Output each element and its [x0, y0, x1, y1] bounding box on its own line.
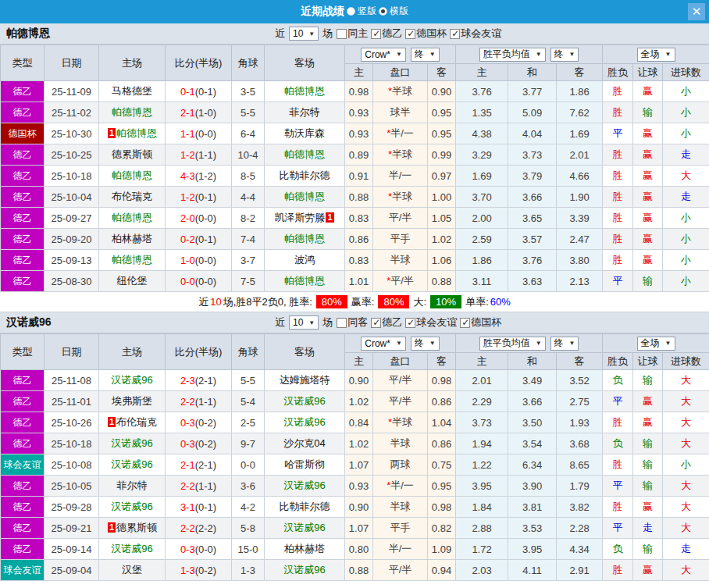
filter-checkbox-德乙[interactable]: 德乙: [371, 315, 402, 330]
checkbox-icon[interactable]: [450, 29, 460, 39]
filter-checkbox-球会友谊[interactable]: 球会友谊: [450, 27, 501, 41]
match-score: 2-0(0-0): [166, 208, 232, 229]
final-odds-select[interactable]: 终▼: [411, 337, 440, 351]
avg-draw: 3.66: [508, 187, 557, 208]
match-type-badge: 德乙: [1, 144, 45, 166]
corner-score: 3-7: [232, 250, 265, 271]
result-wdl: 平: [603, 271, 633, 292]
full-time-score: 1-0: [180, 255, 195, 266]
home-team: 纽伦堡: [99, 271, 166, 292]
chevron-down-icon: ▼: [308, 30, 315, 37]
away-team-name: 比勒菲尔德: [280, 501, 330, 512]
avg-away: 8.65: [557, 454, 603, 476]
odds-away: 1.02: [428, 229, 456, 250]
chevron-down-icon: ▼: [665, 51, 672, 58]
match-date: 25-09-27: [45, 208, 99, 229]
filter-checkbox-同客[interactable]: 同客: [337, 315, 368, 330]
result-handicap: 输: [633, 433, 663, 454]
away-team: 帕德博恩: [265, 81, 345, 102]
match-row: 德乙25-09-20柏林赫塔0-2(0-1)7-4帕德博恩0.86平手1.022…: [1, 229, 709, 250]
final-avg-select[interactable]: 终▼: [550, 337, 579, 351]
layout-radio-vertical[interactable]: 竖版: [347, 5, 376, 18]
result-wdl: 平: [603, 518, 633, 539]
results-table-paderborn: 类型 日期 主场 比分(半场) 角球 客场 Crow*▼ 终▼ 胜平负均值▼ 终…: [0, 45, 709, 292]
full-match-select[interactable]: 全场▼: [637, 48, 675, 62]
avg-draw: 3.81: [508, 497, 557, 518]
avg-odds-select[interactable]: 胜平负均值▼: [479, 48, 546, 62]
col-odds-home: 主: [345, 64, 373, 81]
recent-count-select[interactable]: 10▼: [289, 27, 319, 41]
final-avg-select[interactable]: 终▼: [550, 48, 579, 62]
recent-count-select[interactable]: 10▼: [289, 315, 319, 330]
odds-source-select[interactable]: Crow*▼: [361, 337, 406, 351]
checkbox-icon[interactable]: [337, 318, 347, 328]
star-icon: *: [388, 148, 392, 160]
away-team-name: 汉诺威96: [283, 564, 325, 576]
result-goals: 小: [663, 229, 709, 250]
col-odds-away: 客: [428, 353, 456, 370]
checkbox-icon[interactable]: [337, 29, 347, 39]
near-label: 近: [275, 27, 285, 41]
filter-checkbox-球会友谊[interactable]: 球会友谊: [405, 315, 457, 330]
checkbox-icon[interactable]: [371, 318, 381, 328]
away-team-name: 帕德博恩: [284, 85, 325, 97]
half-time-score: (0-2): [195, 438, 216, 450]
avg-odds-select[interactable]: 胜平负均值▼: [479, 337, 546, 351]
full-match-select[interactable]: 全场▼: [637, 337, 675, 351]
checkbox-label: 球会友谊: [416, 315, 457, 330]
home-team: 帕德博恩: [99, 250, 166, 271]
match-type-badge: 德乙: [1, 166, 45, 187]
record-summary: 近10场,胜8平2负0, 胜率:80%赢率:80%大:10%单率:60%: [0, 292, 709, 312]
match-date: 25-10-04: [45, 187, 99, 208]
home-team: 汉诺威96: [99, 370, 166, 391]
away-team: 帕德博恩: [265, 144, 345, 166]
radio-icon[interactable]: [347, 7, 355, 16]
radio-icon[interactable]: [379, 7, 387, 16]
checkbox-icon[interactable]: [405, 29, 415, 39]
star-icon: *: [388, 191, 392, 202]
half-time-score: (0-1): [195, 233, 216, 245]
result-goals: 小: [663, 454, 709, 476]
home-team-name: 马格德堡: [112, 85, 152, 97]
avg-draw: 3.49: [508, 370, 557, 391]
odds-away: 0.86: [428, 391, 456, 412]
avg-away: 7.62: [557, 102, 603, 123]
result-wdl: 胜: [603, 250, 633, 271]
odds-away: 0.95: [428, 102, 456, 123]
filter-checkbox-德国杯[interactable]: 德国杯: [405, 27, 447, 41]
filter-checkbox-德国杯[interactable]: 德国杯: [460, 315, 501, 330]
close-button[interactable]: ✕: [688, 3, 705, 20]
filter-checkbox-同主[interactable]: 同主: [337, 27, 368, 41]
half-time-score: (0-2): [195, 565, 216, 576]
match-score: 0-3(0-2): [166, 433, 232, 454]
odds-away: 0.99: [428, 144, 456, 166]
layout-radio-horizontal[interactable]: 横版: [379, 5, 408, 18]
filter-checkbox-德乙[interactable]: 德乙: [371, 27, 402, 41]
match-score: 1-2(1-1): [166, 144, 232, 166]
checkbox-icon[interactable]: [405, 318, 415, 328]
odds-home: 0.80: [345, 539, 373, 560]
checkbox-icon[interactable]: [460, 318, 470, 328]
away-team-name: 达姆施塔特: [280, 374, 330, 386]
home-team: 帕德博恩: [99, 102, 166, 123]
odds-home: 1.02: [345, 433, 373, 454]
home-team-name: 德累斯顿: [116, 522, 157, 533]
avg-draw: 3.53: [508, 518, 557, 539]
col-handicap-result: 让球: [633, 353, 663, 370]
home-team-name: 德累斯顿: [112, 148, 152, 160]
checkbox-icon[interactable]: [371, 29, 381, 39]
final-odds-select[interactable]: 终▼: [411, 48, 440, 62]
avg-away: 3.80: [557, 250, 603, 271]
avg-home: 2.00: [456, 208, 508, 229]
result-handicap: 输: [633, 454, 663, 476]
match-score: 1-1(0-0): [166, 123, 232, 144]
odds-source-select[interactable]: Crow*▼: [361, 48, 406, 62]
summary-segment: 大:: [413, 295, 426, 309]
odds-handicap: 平/半: [373, 391, 428, 412]
home-team: 菲尔特: [99, 476, 166, 497]
col-handicap: 盘口: [373, 64, 428, 81]
corner-score: 3-5: [232, 81, 265, 102]
red-card-badge: 1: [108, 417, 116, 427]
match-date: 25-09-13: [45, 250, 99, 271]
result-wdl: 胜: [603, 454, 633, 476]
